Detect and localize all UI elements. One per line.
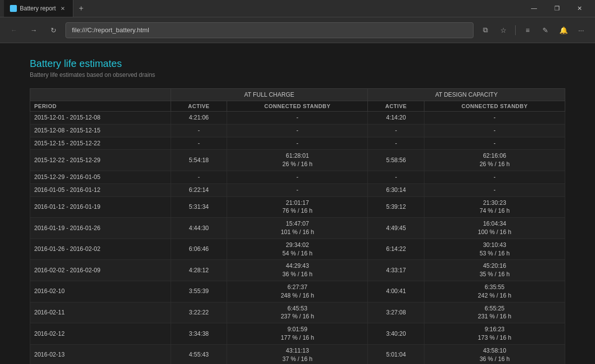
cell-connectedStandbyFC: - [227, 171, 368, 183]
forward-button[interactable]: → [26, 22, 42, 38]
cell-period: 2015-12-15 - 2015-12-22 [30, 137, 171, 150]
cell-activeFC: 5:54:18 [171, 150, 227, 171]
full-charge-group-header: AT FULL CHARGE [171, 89, 368, 101]
cell-activeDC: 5:58:56 [368, 150, 424, 171]
cell-connectedStandbyDC: 6:35:55 242 % / 16 h [424, 281, 565, 302]
cell-connectedStandbyDC: 9:16:23 173 % / 16 h [424, 323, 565, 345]
cell-activeDC: - [368, 171, 424, 183]
connected-standby-dc-col-header: CONNECTED STANDBY [424, 101, 565, 112]
table-row: 2016-02-134:55:4343:11:13 37 % / 16 h5:0… [30, 344, 565, 364]
group-header-row: AT FULL CHARGE AT DESIGN CAPACITY [30, 89, 565, 101]
notification-button[interactable]: 🔔 [555, 22, 571, 38]
tab-close-button[interactable]: ✕ [59, 4, 67, 12]
cell-connectedStandbyDC: 62:16:06 26 % / 16 h [424, 150, 565, 171]
nav-right-controls: ⧉ ☆ ≡ ✎ 🔔 ··· [477, 22, 589, 38]
cell-activeDC: - [368, 137, 424, 150]
table-row: 2016-01-19 - 2016-01-264:44:3015:47:07 1… [30, 218, 565, 239]
back-button[interactable]: ← [6, 22, 22, 38]
tab-title: Battery report [20, 5, 56, 12]
address-bar[interactable]: file:///C:/report_battery.html [65, 22, 474, 38]
cell-period: 2016-01-12 - 2016-01-19 [30, 196, 171, 218]
cell-period: 2016-02-12 [30, 323, 171, 345]
active-fc-col-header: ACTIVE [171, 101, 227, 112]
cell-connectedStandbyFC: 29:34:02 54 % / 16 h [227, 239, 368, 260]
cell-activeFC: 3:22:22 [171, 302, 227, 323]
cell-activeFC: 4:55:43 [171, 344, 227, 364]
table-row: 2016-01-12 - 2016-01-195:31:3421:01:17 7… [30, 196, 565, 218]
table-row: 2015-12-01 - 2015-12-084:21:06-4:14:20- [30, 112, 565, 124]
cell-connectedStandbyDC: - [424, 171, 565, 183]
nav-bar: ← → ↻ file:///C:/report_battery.html ⧉ ☆… [0, 17, 595, 43]
cell-period: 2016-01-19 - 2016-01-26 [30, 218, 171, 239]
cell-connectedStandbyDC: - [424, 137, 565, 150]
cell-activeDC: 4:49:45 [368, 218, 424, 239]
cell-connectedStandbyFC: 6:45:53 237 % / 16 h [227, 302, 368, 323]
active-tab[interactable]: Battery report ✕ [4, 0, 73, 17]
cell-activeDC: 5:01:04 [368, 344, 424, 364]
table-row: 2016-01-05 - 2016-01-126:22:14-6:30:14- [30, 183, 565, 196]
cell-connectedStandbyDC: - [424, 183, 565, 196]
section-subtitle: Battery life estimates based on observed… [30, 71, 565, 78]
cell-connectedStandbyDC: 16:04:34 100 % / 16 h [424, 218, 565, 239]
cell-activeDC: 3:40:20 [368, 323, 424, 345]
table-row: 2016-02-103:55:396:27:37 248 % / 16 h4:0… [30, 281, 565, 302]
cell-activeDC: 6:30:14 [368, 183, 424, 196]
cell-activeFC: 6:22:14 [171, 183, 227, 196]
cell-period: 2015-12-29 - 2016-01-05 [30, 171, 171, 183]
cell-period: 2016-02-11 [30, 302, 171, 323]
cell-connectedStandbyDC: - [424, 112, 565, 124]
favorites-button[interactable]: ☆ [495, 22, 511, 38]
cell-connectedStandbyFC: 6:27:37 248 % / 16 h [227, 281, 368, 302]
table-row: 2016-02-123:34:389:01:59 177 % / 16 h3:4… [30, 323, 565, 345]
connected-standby-fc-col-header: CONNECTED STANDBY [227, 101, 368, 112]
page-content: Battery life estimates Battery life esti… [0, 43, 595, 364]
restore-button[interactable]: ❐ [545, 0, 568, 17]
cell-activeFC: 4:44:30 [171, 218, 227, 239]
minimize-button[interactable]: — [523, 0, 545, 17]
cell-connectedStandbyDC: - [424, 124, 565, 137]
cell-activeFC: - [171, 124, 227, 137]
cell-activeFC: 3:55:39 [171, 281, 227, 302]
battery-table: AT FULL CHARGE AT DESIGN CAPACITY PERIOD… [30, 88, 565, 364]
new-tab-button[interactable]: + [73, 0, 89, 17]
refresh-button[interactable]: ↻ [46, 22, 61, 38]
cell-connectedStandbyFC: - [227, 137, 368, 150]
edit-button[interactable]: ✎ [537, 22, 553, 38]
cell-activeFC: 4:28:12 [171, 260, 227, 281]
cell-activeFC: - [171, 171, 227, 183]
title-bar: Battery report ✕ + — ❐ ✕ [0, 0, 595, 17]
cell-activeDC: 4:33:17 [368, 260, 424, 281]
cell-activeDC: 6:14:22 [368, 239, 424, 260]
cell-activeDC: 4:14:20 [368, 112, 424, 124]
cell-activeDC: 4:00:41 [368, 281, 424, 302]
table-row: 2016-02-02 - 2016-02-094:28:1244:29:43 3… [30, 260, 565, 281]
cell-connectedStandbyFC: 44:29:43 36 % / 16 h [227, 260, 368, 281]
cell-connectedStandbyFC: 9:01:59 177 % / 16 h [227, 323, 368, 345]
cell-connectedStandbyFC: 61:28:01 26 % / 16 h [227, 150, 368, 171]
cell-connectedStandbyDC: 30:10:43 53 % / 16 h [424, 239, 565, 260]
column-header-row: PERIOD ACTIVE CONNECTED STANDBY ACTIVE C… [30, 101, 565, 112]
cell-connectedStandbyFC: 43:11:13 37 % / 16 h [227, 344, 368, 364]
menu-button[interactable]: ≡ [520, 22, 536, 38]
cell-connectedStandbyDC: 21:30:23 74 % / 16 h [424, 196, 565, 218]
cell-period: 2015-12-22 - 2015-12-29 [30, 150, 171, 171]
close-button[interactable]: ✕ [568, 0, 591, 17]
cell-connectedStandbyDC: 6:55:25 231 % / 16 h [424, 302, 565, 323]
cell-activeDC: - [368, 124, 424, 137]
cell-activeFC: - [171, 137, 227, 150]
cell-activeFC: 6:06:46 [171, 239, 227, 260]
period-col-header: PERIOD [30, 101, 171, 112]
table-body: 2015-12-01 - 2015-12-084:21:06-4:14:20-2… [30, 112, 565, 364]
more-button[interactable]: ··· [573, 22, 589, 38]
design-capacity-group-header: AT DESIGN CAPACITY [368, 89, 565, 101]
cell-activeDC: 5:39:12 [368, 196, 424, 218]
table-row: 2015-12-15 - 2015-12-22---- [30, 137, 565, 150]
cell-activeDC: 3:27:08 [368, 302, 424, 323]
cell-connectedStandbyDC: 43:58:10 36 % / 16 h [424, 344, 565, 364]
cell-connectedStandbyFC: 21:01:17 76 % / 16 h [227, 196, 368, 218]
tab-area: Battery report ✕ + [4, 0, 89, 17]
tabs-button[interactable]: ⧉ [477, 22, 493, 38]
cell-period: 2016-01-05 - 2016-01-12 [30, 183, 171, 196]
cell-connectedStandbyDC: 45:20:16 35 % / 16 h [424, 260, 565, 281]
cell-period: 2015-12-01 - 2015-12-08 [30, 112, 171, 124]
